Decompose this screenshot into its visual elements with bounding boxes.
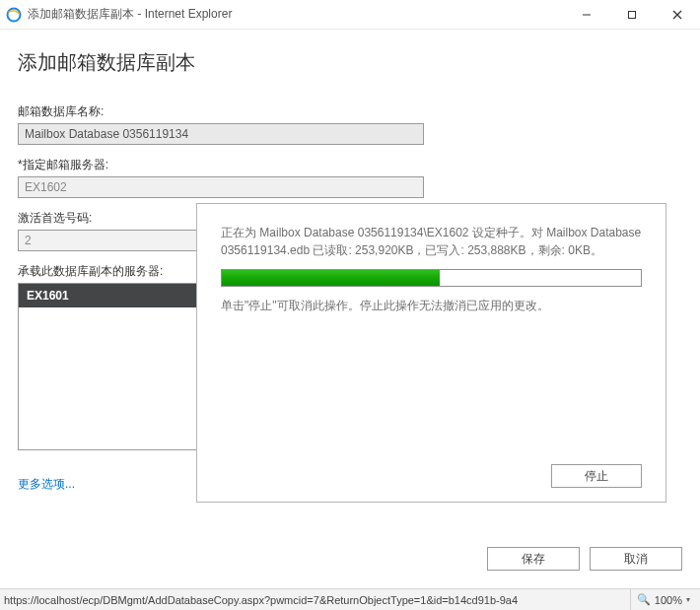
zoom-value: 100% [655, 594, 682, 606]
magnifier-icon: 🔍 [637, 593, 651, 606]
server-input[interactable]: EX1602 [18, 176, 424, 198]
progress-fill [222, 270, 440, 286]
status-url: https://localhost/ecp/DBMgmt/AddDatabase… [4, 594, 630, 606]
db-name-field: 邮箱数据库名称: Mailbox Database 0356119134 [18, 103, 682, 145]
progress-text: 正在为 Mailbox Database 0356119134\EX1602 设… [221, 224, 642, 259]
dialog-actions: 停止 [221, 464, 642, 488]
minimize-button[interactable] [564, 0, 609, 29]
progress-hint: 单击"停止"可取消此操作。停止此操作无法撤消已应用的更改。 [221, 297, 642, 314]
stop-button[interactable]: 停止 [551, 464, 642, 488]
server-field: *指定邮箱服务器: EX1602 [18, 157, 682, 198]
progress-dialog: 正在为 Mailbox Database 0356119134\EX1602 设… [196, 203, 666, 503]
chevron-down-icon: ▾ [686, 595, 690, 604]
close-button[interactable] [655, 0, 700, 29]
db-name-input: Mailbox Database 0356119134 [18, 123, 424, 145]
status-bar: https://localhost/ecp/DBMgmt/AddDatabase… [0, 588, 700, 610]
window-titlebar: 添加邮箱数据库副本 - Internet Explorer [0, 0, 700, 30]
window-title: 添加邮箱数据库副本 - Internet Explorer [28, 6, 564, 23]
footer-actions: 保存 取消 [487, 547, 682, 571]
page-title: 添加邮箱数据库副本 [18, 49, 682, 76]
more-options-link[interactable]: 更多选项... [18, 476, 75, 493]
maximize-button[interactable] [609, 0, 655, 29]
svg-rect-2 [629, 11, 636, 18]
save-button[interactable]: 保存 [487, 547, 580, 571]
cancel-button[interactable]: 取消 [590, 547, 682, 571]
content-area: 添加邮箱数据库副本 邮箱数据库名称: Mailbox Database 0356… [0, 30, 700, 588]
window-controls [564, 0, 700, 29]
zoom-control[interactable]: 🔍 100% ▾ [630, 589, 696, 610]
server-label: *指定邮箱服务器: [18, 157, 682, 173]
ie-icon [6, 7, 22, 23]
db-name-label: 邮箱数据库名称: [18, 103, 682, 120]
progress-bar [221, 269, 642, 287]
